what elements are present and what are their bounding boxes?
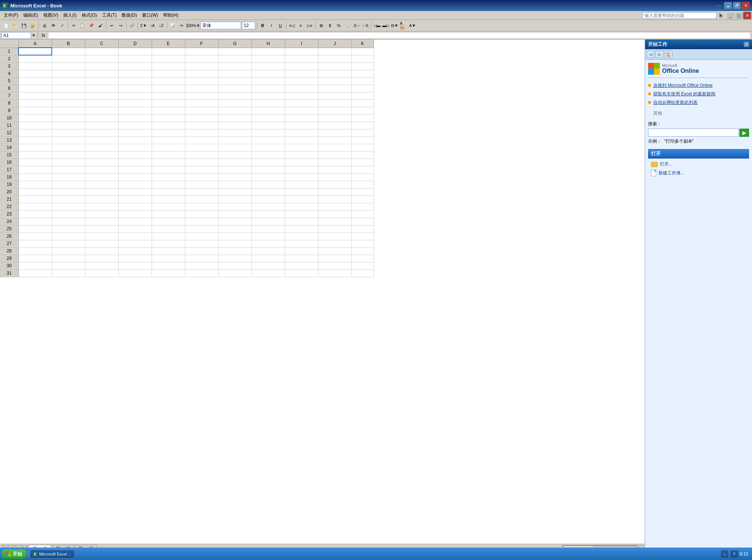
cell-a16[interactable] [18,159,52,166]
cell-j30[interactable] [318,262,351,269]
cell-k5[interactable] [351,77,374,85]
cell-i25[interactable] [285,225,318,233]
cell-j14[interactable] [318,144,351,151]
cell-h26[interactable] [252,233,285,240]
row-num-24[interactable]: 24 [0,218,18,225]
cell-f28[interactable] [185,247,218,255]
row-num-18[interactable]: 18 [0,173,18,181]
search-go-btn[interactable]: ▶ [739,129,749,137]
bullet-link-3[interactable]: 自动从网站更新此列表 [653,99,698,106]
cell-f15[interactable] [185,151,218,159]
col-header-a[interactable]: A [18,40,52,48]
cell-c18[interactable] [85,173,118,181]
col-header-c[interactable]: C [85,40,118,48]
autosum-btn[interactable]: Σ▼ [139,21,148,30]
cell-c1[interactable] [85,48,118,55]
cell-f11[interactable] [185,122,218,129]
cell-e24[interactable] [152,218,185,225]
cell-d15[interactable] [118,151,152,159]
cell-c20[interactable] [85,188,118,196]
menu-file[interactable]: 文件(F) [1,11,20,19]
cell-c26[interactable] [85,233,118,240]
cell-d19[interactable] [118,181,152,188]
cut-btn[interactable]: ✂ [70,21,78,30]
cell-k31[interactable] [351,269,374,277]
cell-f22[interactable] [185,203,218,210]
panel-close-btn[interactable]: ✕ [744,42,749,47]
row-num-17[interactable]: 17 [0,166,18,173]
cell-k16[interactable] [351,159,374,166]
cell-b8[interactable] [52,99,85,107]
fill-color-btn[interactable]: A🎨 [399,21,408,30]
cell-d16[interactable] [118,159,152,166]
cell-k21[interactable] [351,196,374,203]
menu-tools[interactable]: 工具(T) [100,11,119,19]
cell-j22[interactable] [318,203,351,210]
cell-b1[interactable] [52,48,85,55]
cell-g24[interactable] [218,218,252,225]
cell-j4[interactable] [318,70,351,77]
cell-i27[interactable] [285,240,318,247]
cell-f17[interactable] [185,166,218,173]
cell-g13[interactable] [218,136,252,144]
cell-a17[interactable] [18,166,52,173]
italic-btn[interactable]: I [267,21,276,30]
cell-a12[interactable] [18,129,52,136]
cell-f20[interactable] [185,188,218,196]
cell-g7[interactable] [218,92,252,99]
cell-g11[interactable] [218,122,252,129]
cell-j5[interactable] [318,77,351,85]
cell-i31[interactable] [285,269,318,277]
cell-d22[interactable] [118,203,152,210]
cell-a13[interactable] [18,136,52,144]
percent-btn[interactable]: % [335,21,343,30]
cell-c19[interactable] [85,181,118,188]
cell-j15[interactable] [318,151,351,159]
cell-f10[interactable] [185,114,218,122]
cell-k11[interactable] [351,122,374,129]
indent-inc-btn[interactable]: ▬▷ [382,21,390,30]
cell-f16[interactable] [185,159,218,166]
cell-i22[interactable] [285,203,318,210]
print-btn[interactable]: 🖨 [40,21,48,30]
cell-c31[interactable] [85,269,118,277]
row-num-6[interactable]: 6 [0,85,18,92]
cell-k26[interactable] [351,233,374,240]
hyperlink-btn[interactable]: 🔗 [128,21,136,30]
cell-h16[interactable] [252,159,285,166]
cell-i13[interactable] [285,136,318,144]
indent-dec-btn[interactable]: ◁▬ [373,21,381,30]
cell-j24[interactable] [318,218,351,225]
cell-h24[interactable] [252,218,285,225]
cell-b2[interactable] [52,55,85,62]
cell-a21[interactable] [18,196,52,203]
menu-view[interactable]: 视图(V) [41,11,60,19]
cell-d20[interactable] [118,188,152,196]
search-input[interactable] [648,129,739,137]
cell-d28[interactable] [118,247,152,255]
cell-k29[interactable] [351,255,374,262]
cell-h19[interactable] [252,181,285,188]
font-name-input[interactable] [200,22,241,29]
cell-i7[interactable] [285,92,318,99]
cell-k27[interactable] [351,240,374,247]
cell-a11[interactable] [18,122,52,129]
cell-k28[interactable] [351,247,374,255]
cell-f4[interactable] [185,70,218,77]
cell-e21[interactable] [152,196,185,203]
cell-i23[interactable] [285,210,318,218]
menu-insert[interactable]: 插入(I) [61,11,78,19]
cell-d6[interactable] [118,85,152,92]
cell-a2[interactable] [18,55,52,62]
cell-i3[interactable] [285,62,318,70]
border-btn[interactable]: ⊟▼ [391,21,399,30]
cell-h29[interactable] [252,255,285,262]
cell-e3[interactable] [152,62,185,70]
cell-h21[interactable] [252,196,285,203]
cell-i20[interactable] [285,188,318,196]
cell-d13[interactable] [118,136,152,144]
cell-i12[interactable] [285,129,318,136]
cell-c4[interactable] [85,70,118,77]
col-header-d[interactable]: D [118,40,152,48]
cell-e1[interactable] [152,48,185,55]
